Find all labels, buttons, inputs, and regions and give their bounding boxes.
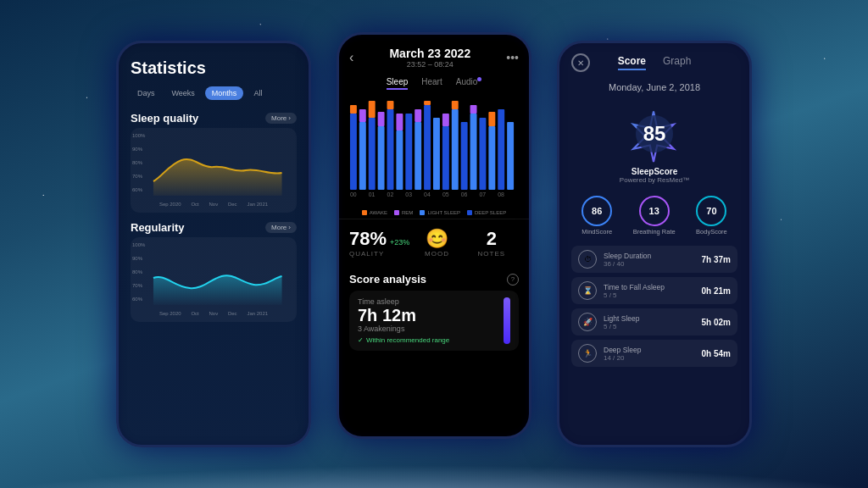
svg-rect-26	[488, 126, 495, 190]
svg-rect-6	[378, 126, 385, 190]
legend-rem: REM	[394, 210, 413, 215]
filter-days[interactable]: Days	[131, 86, 162, 100]
awakenings: 3 Awakenings	[358, 324, 495, 333]
svg-rect-2	[359, 122, 366, 190]
phone-statistics: Statistics Days Weeks Months All Sleep q…	[116, 41, 311, 447]
fall-asleep-icon: ⌛	[578, 281, 597, 300]
svg-rect-17	[433, 118, 440, 190]
score-header: ✕ Score Graph	[559, 43, 749, 79]
svg-rect-19	[442, 114, 449, 126]
svg-rect-13	[415, 122, 421, 190]
filter-months[interactable]: Months	[205, 86, 244, 100]
svg-rect-20	[452, 109, 459, 190]
svg-rect-0	[350, 114, 357, 190]
regularity-more[interactable]: More ›	[265, 222, 297, 233]
sleep-duration-score: 36 / 40	[604, 260, 695, 268]
quality-change: +23%	[390, 238, 409, 247]
mind-score-label: MindScore	[581, 228, 612, 236]
mood-emoji: 😊	[409, 228, 464, 250]
svg-rect-23	[470, 114, 477, 190]
metric-sleep-duration: ⏱ Sleep Duration 36 / 40 7h 37m	[571, 246, 737, 273]
notes-count: 2	[465, 228, 519, 250]
sleep-quality-title: Sleep quality	[131, 112, 198, 125]
svg-rect-27	[488, 112, 495, 126]
tab-audio[interactable]: Audio	[456, 77, 482, 90]
time-asleep-bar	[504, 297, 510, 344]
regularity-title: Regularity	[131, 221, 185, 234]
time-filter-bar: Days Weeks Months All	[131, 86, 297, 100]
statistics-title: Statistics	[131, 58, 297, 78]
time-range: 23:52 – 08:24	[389, 60, 470, 69]
light-sleep-score: 5 / 5	[604, 323, 695, 330]
sleep-score-star: 85	[625, 104, 684, 164]
breathing-rate-label: Breathing Rate	[633, 228, 676, 236]
fall-asleep-name: Time to Fall Asleep	[604, 283, 695, 291]
metric-light-sleep: 🚀 Light Sleep 5 / 5 5h 02m	[571, 308, 737, 336]
light-sleep-value: 5h 02m	[702, 318, 731, 327]
deep-sleep-score: 14 / 20	[604, 354, 695, 362]
legend-awake: AWAKE	[362, 210, 387, 215]
svg-rect-11	[396, 114, 403, 130]
svg-rect-9	[387, 101, 394, 109]
mood-label: MOOD	[409, 250, 464, 258]
body-score-circle: 70	[696, 196, 726, 226]
svg-text:00: 00	[350, 191, 357, 197]
breathing-rate: 13 Breathing Rate	[633, 196, 676, 236]
close-button[interactable]: ✕	[571, 53, 590, 72]
light-sleep-icon: 🚀	[578, 313, 597, 331]
quality-block: 78% +23% QUALITY	[349, 228, 409, 258]
fall-asleep-value: 0h 21m	[702, 286, 731, 296]
body-score-label: BodyScore	[696, 228, 727, 236]
tab-graph[interactable]: Graph	[663, 55, 691, 70]
quality-label: QUALITY	[349, 250, 409, 258]
svg-text:08: 08	[498, 191, 504, 197]
sleep-tabs: Sleep Heart Audio	[339, 74, 529, 97]
tab-heart[interactable]: Heart	[421, 77, 442, 90]
svg-text:03: 03	[405, 191, 412, 197]
date-center: March 23 2022 23:52 – 08:24	[389, 47, 470, 69]
tab-sleep[interactable]: Sleep	[387, 77, 409, 90]
sleep-score-number: 85	[643, 122, 666, 146]
mood-block: 😊 MOOD	[409, 228, 464, 258]
svg-text:02: 02	[387, 191, 394, 197]
back-button[interactable]: ‹	[349, 50, 353, 65]
svg-rect-10	[396, 130, 403, 190]
filter-weeks[interactable]: Weeks	[165, 86, 202, 100]
svg-rect-21	[452, 101, 459, 109]
sleep-stats-bar: 78% +23% QUALITY 😊 MOOD 2 NOTES	[339, 219, 529, 266]
svg-rect-16	[424, 101, 431, 105]
sleep-quality-chart: 100% 90% 80% 70% 60% Sep 2020 Oct	[131, 128, 297, 213]
more-options-icon[interactable]: •••	[506, 51, 519, 64]
tab-score[interactable]: Score	[618, 55, 646, 70]
phone-sleep-graph: ‹ March 23 2022 23:52 – 08:24 ••• Sleep …	[337, 32, 531, 439]
svg-rect-29	[507, 122, 514, 190]
light-sleep-name: Light Sleep	[604, 314, 695, 323]
metrics-list: ⏱ Sleep Duration 36 / 40 7h 37m ⌛ Time t…	[559, 241, 749, 372]
filter-all[interactable]: All	[247, 86, 269, 100]
metric-deep-sleep: 🏃 Deep Sleep 14 / 20 0h 54m	[571, 340, 737, 367]
svg-rect-15	[424, 105, 431, 190]
score-analysis: Score analysis ? Time asleep 7h 12m 3 Aw…	[339, 266, 529, 358]
sleep-score-sub: Powered by ResMed™	[620, 176, 689, 184]
score-analysis-info[interactable]: ?	[507, 274, 519, 286]
legend-deep: DEEP SLEEP	[467, 210, 506, 215]
svg-rect-18	[442, 126, 449, 190]
svg-rect-5	[369, 101, 376, 118]
mind-score-circle: 86	[581, 196, 612, 226]
metric-fall-asleep: ⌛ Time to Fall Asleep 5 / 5 0h 21m	[571, 277, 737, 304]
time-asleep-label: Time asleep	[358, 297, 495, 306]
svg-text:05: 05	[442, 191, 449, 197]
svg-text:07: 07	[479, 191, 486, 197]
time-asleep-value: 7h 12m	[358, 306, 495, 324]
legend-light: LIGHT SLEEP	[420, 210, 460, 215]
fall-asleep-score: 5 / 5	[604, 291, 695, 299]
svg-text:06: 06	[461, 191, 468, 197]
svg-rect-4	[369, 118, 376, 190]
sleep-quality-more[interactable]: More ›	[265, 113, 297, 124]
deep-sleep-name: Deep Sleep	[604, 346, 695, 354]
breathing-rate-circle: 13	[639, 196, 670, 226]
regularity-chart: 100% 90% 80% 70% 60% Sep 2020 Oct	[131, 237, 297, 322]
body-score: 70 BodyScore	[696, 196, 727, 236]
score-analysis-title: Score analysis	[349, 273, 426, 286]
score-graph-tabs: Score Graph	[597, 55, 712, 70]
